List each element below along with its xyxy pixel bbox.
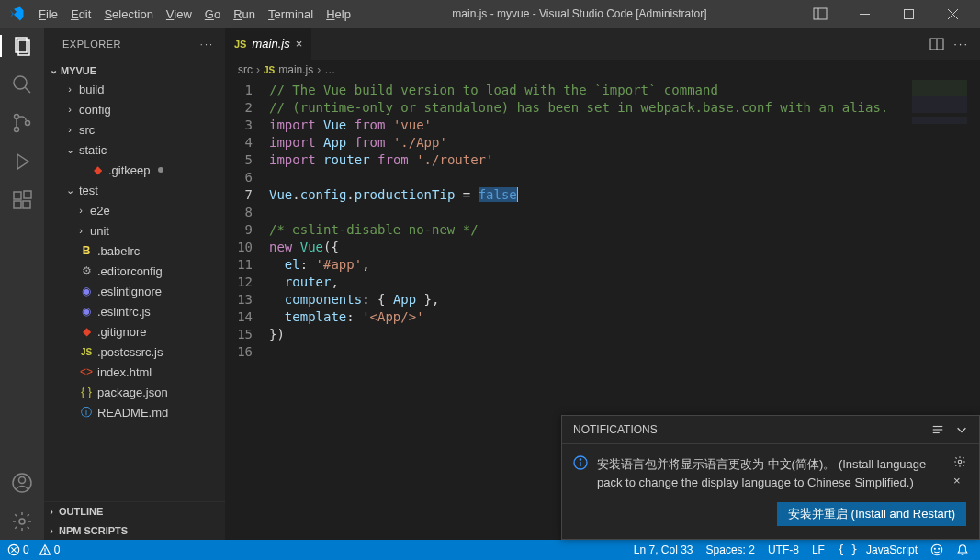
code-area[interactable]: 12345678910111213141516 // The Vue build… [225,80,980,361]
svg-point-36 [934,548,935,549]
status-eol[interactable]: LF [812,543,825,556]
babel-icon: B [79,244,94,257]
status-spaces[interactable]: Spaces: 2 [706,543,755,556]
tree-item--babelrc[interactable]: B.babelrc [44,241,225,261]
tree-item--gitignore[interactable]: ◆.gitignore [44,321,225,342]
breadcrumb-src[interactable]: src [238,63,253,76]
code-lines[interactable]: // The Vue build version to load with th… [269,82,980,361]
svg-point-19 [19,477,26,484]
svg-point-28 [580,459,580,460]
menu-selection[interactable]: Selection [97,4,159,25]
notification-close-icon[interactable]: × [953,472,966,490]
notification-gear-icon[interactable] [953,455,966,468]
cfg-icon: ⚙ [79,264,94,277]
minimize-button[interactable] [846,0,883,28]
menu-run[interactable]: Run [227,4,262,25]
tree-item-static[interactable]: ⌄static [44,140,225,160]
tree-item--postcssrc-js[interactable]: JS.postcssrc.js [44,342,225,362]
search-icon[interactable] [11,73,33,95]
tree-item--eslintrc-js[interactable]: ◉.eslintrc.js [44,301,225,321]
tree-item-build[interactable]: ›build [44,79,225,99]
status-lang[interactable]: { } JavaScript [838,543,918,556]
tree-item-unit[interactable]: ›unit [44,220,225,241]
tree-item-package-json[interactable]: { }package.json [44,382,225,402]
tree-item--gitkeep[interactable]: ◆.gitkeep [44,160,225,180]
tree-item--editorconfig[interactable]: ⚙.editorconfig [44,261,225,281]
warnings-count: 0 [54,543,61,556]
status-warnings[interactable]: 0 [39,543,61,556]
extensions-icon[interactable] [11,189,33,211]
settings-icon[interactable] [11,510,33,532]
menu-file[interactable]: File [32,4,64,25]
svg-rect-0 [814,8,827,19]
debug-icon[interactable] [11,151,33,173]
install-restart-button[interactable]: 安装并重启 (Install and Restart) [777,502,966,526]
outline-label: OUTLINE [59,506,103,517]
modified-indicator [158,167,163,173]
status-bell-icon[interactable] [956,543,969,556]
status-bar: 0 0 Ln 7, Col 33 Spaces: 2 UTF-8 LF { } … [0,540,980,560]
tree-item-test[interactable]: ⌄test [44,180,225,200]
window-title: main.js - myvue - Visual Studio Code [Ad… [357,7,802,20]
menu-edit[interactable]: Edit [64,4,97,25]
maximize-button[interactable] [890,0,927,28]
explorer-icon[interactable] [11,35,33,57]
tree-item-README-md[interactable]: ⓘREADME.md [44,402,225,422]
svg-marker-13 [17,154,28,169]
source-control-icon[interactable] [11,112,33,134]
menu-help[interactable]: Help [320,4,357,25]
tab-label: main.js [252,37,289,50]
notification-panel: NOTIFICATIONS 安装语言包并将显示语言更改为 中文(简体)。 (In… [561,415,980,540]
svg-point-34 [44,553,45,554]
layout-icon[interactable] [802,0,839,28]
menu-terminal[interactable]: Terminal [262,4,320,25]
html-icon: <> [79,365,94,378]
status-errors[interactable]: 0 [7,543,29,556]
menu-view[interactable]: View [160,4,198,25]
notifications-list-icon[interactable] [931,423,944,436]
breadcrumb-more[interactable]: … [324,63,335,76]
tree-item-index-html[interactable]: <>index.html [44,362,225,382]
close-button[interactable] [934,0,971,28]
npm-scripts-section[interactable]: ›NPM SCRIPTS [44,521,225,540]
titlebar: FileEditSelectionViewGoRunTerminalHelp m… [0,0,980,28]
svg-rect-17 [24,191,31,198]
tree-item-src[interactable]: ›src [44,119,225,140]
breadcrumb-file[interactable]: main.js [278,63,313,76]
more-icon[interactable]: ··· [200,39,214,50]
status-feedback-icon[interactable] [930,543,943,556]
split-editor-icon[interactable] [929,37,944,51]
svg-point-37 [939,548,940,549]
more-actions-icon[interactable]: ··· [953,37,969,50]
json-icon: { } [79,386,94,398]
js-file-icon: JS [234,39,246,50]
svg-point-35 [931,544,941,554]
app-icon [0,6,32,22]
menu-go[interactable]: Go [198,4,227,25]
line-gutter: 12345678910111213141516 [225,82,269,361]
breadcrumb[interactable]: src › JS main.js › … [225,60,980,80]
errors-count: 0 [23,543,29,556]
project-name: MYVUE [61,65,96,76]
accounts-icon[interactable] [11,472,33,494]
npm-label: NPM SCRIPTS [59,525,128,536]
svg-point-11 [15,128,19,132]
eslint-icon: ◉ [79,285,94,297]
svg-rect-3 [904,9,913,18]
tree-item-config[interactable]: ›config [44,99,225,119]
minimap[interactable] [912,80,967,153]
project-header[interactable]: ⌄MYVUE [44,62,225,79]
collapse-icon[interactable] [955,423,968,436]
tree-item-e2e[interactable]: ›e2e [44,200,225,220]
git-icon: ◆ [90,163,105,176]
readme-icon: ⓘ [79,405,94,420]
status-encoding[interactable]: UTF-8 [768,543,799,556]
close-tab-icon[interactable]: × [296,37,303,50]
tree-item--eslintignore[interactable]: ◉.eslintignore [44,281,225,301]
svg-point-12 [26,121,30,126]
tab-main-js[interactable]: JS main.js × [225,28,311,60]
lang-label: JavaScript [866,543,918,556]
status-lncol[interactable]: Ln 7, Col 33 [634,543,693,556]
outline-section[interactable]: ›OUTLINE [44,501,225,521]
sidebar-header: EXPLORER ··· [44,28,225,60]
